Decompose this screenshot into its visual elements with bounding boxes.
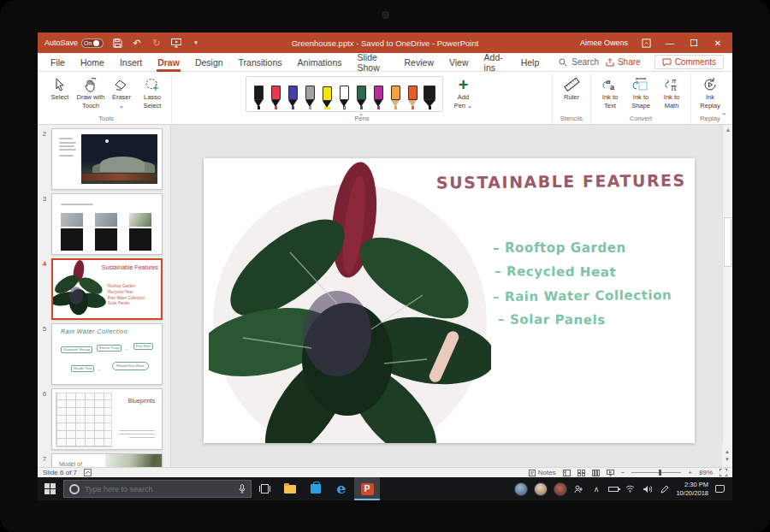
collapse-ribbon-icon[interactable]: ⌃ — [720, 112, 727, 121]
previous-slide-icon[interactable]: ▲ — [725, 449, 730, 454]
notes-button[interactable]: Notes — [529, 469, 556, 476]
people-avatar-1[interactable] — [514, 482, 528, 496]
slide-thumbnail-3[interactable] — [51, 193, 163, 255]
zoom-slider[interactable] — [631, 472, 681, 473]
battery-icon[interactable] — [607, 487, 619, 492]
customize-qat-icon[interactable]: ▾ — [190, 37, 202, 49]
tell-me-search[interactable]: Search — [559, 57, 599, 67]
green-pen-selected[interactable]: ⌄ — [355, 86, 368, 109]
zoom-out-icon[interactable]: − — [621, 469, 625, 476]
ink-replay-button[interactable]: Ink Replay — [695, 74, 726, 109]
edge-button[interactable]: e — [329, 477, 354, 500]
start-presentation-icon[interactable] — [170, 37, 182, 49]
accessibility-status-icon[interactable] — [84, 469, 92, 476]
ribbon-tab-row: File Home Insert Draw Design Transitions… — [38, 53, 732, 72]
people-avatar-3[interactable] — [554, 482, 567, 496]
next-slide-icon[interactable]: ▼ — [725, 457, 730, 462]
slide-thumbnail-4-selected[interactable]: Sustainable Features Rooftop Garden Recy… — [51, 258, 163, 320]
draw-with-touch-tool[interactable]: Draw with Touch — [75, 74, 106, 109]
plant-mini — [53, 260, 106, 318]
silver-pen[interactable] — [304, 86, 317, 109]
reading-view-icon[interactable] — [592, 470, 600, 476]
taskbar-clock[interactable]: 2:30 PM 10/20/2018 — [676, 481, 708, 498]
taskbar-search[interactable] — [63, 480, 252, 498]
slide-thumbnail-2[interactable] — [51, 128, 163, 190]
autosave-toggle[interactable]: AutoSave On — [44, 38, 104, 48]
slide-sorter-view-icon[interactable] — [578, 470, 585, 476]
wifi-icon[interactable] — [625, 485, 636, 493]
microsoft-store-button[interactable] — [303, 477, 329, 500]
action-center-icon[interactable] — [714, 485, 726, 493]
tab-view[interactable]: View — [441, 53, 477, 72]
zoom-slider-thumb[interactable] — [659, 470, 661, 476]
tab-transitions[interactable]: Transitions — [231, 53, 290, 72]
volume-icon[interactable] — [642, 485, 653, 494]
people-bar-icon[interactable] — [573, 485, 584, 494]
select-tool[interactable]: Select — [44, 74, 75, 102]
scroll-up-icon[interactable]: ▲ — [723, 127, 732, 133]
tab-add-ins[interactable]: Add-ins — [477, 53, 513, 72]
ink-to-math-button[interactable]: ππ Ink to Math — [656, 74, 687, 109]
yellow-highlighter[interactable] — [321, 86, 334, 109]
tab-file[interactable]: File — [43, 53, 73, 72]
red-pen[interactable] — [270, 86, 282, 109]
eraser-dropdown-caret[interactable]: ⌄ — [119, 103, 124, 110]
slideshow-view-icon[interactable] — [607, 470, 614, 476]
orange-pencil[interactable] — [389, 86, 402, 109]
white-pen[interactable] — [338, 86, 351, 109]
share-button[interactable]: Share — [599, 56, 648, 68]
comments-button[interactable]: Comments — [654, 55, 724, 69]
zoom-in-icon[interactable]: + — [688, 469, 692, 476]
normal-view-icon[interactable] — [563, 470, 571, 476]
black-marker[interactable] — [424, 86, 436, 109]
powerpoint-taskbar-button[interactable]: P — [354, 477, 380, 500]
slide-thumbnail-6[interactable]: Blueprints — [51, 388, 163, 450]
ink-to-shape-button[interactable]: Ink to Shape — [625, 74, 656, 109]
red-pencil[interactable] — [406, 86, 419, 109]
current-slide[interactable]: SUSTAINABLE FEATURES – Rooftop Garden – … — [204, 158, 695, 443]
comment-icon — [662, 58, 672, 67]
add-pen-button[interactable]: + Add Pen ⌄ — [448, 74, 479, 109]
pen-settings-icon[interactable] — [659, 485, 670, 494]
account-name[interactable]: Aimee Owens — [580, 38, 628, 47]
ink-to-shape-icon — [631, 76, 650, 93]
magenta-pen[interactable] — [372, 86, 385, 109]
black-pen[interactable] — [252, 86, 265, 109]
tab-animations[interactable]: Animations — [290, 53, 350, 72]
tab-home[interactable]: Home — [73, 53, 112, 72]
start-button[interactable] — [38, 477, 62, 500]
lasso-select-tool[interactable]: Lasso Select — [137, 74, 168, 109]
task-view-button[interactable] — [252, 477, 277, 500]
undo-icon[interactable]: ↶ — [131, 37, 143, 49]
slide-thumbnail-7[interactable]: Model of — [51, 453, 163, 467]
galaxy-pen[interactable] — [287, 86, 299, 109]
people-avatar-2[interactable] — [534, 482, 548, 496]
eraser-tool[interactable]: Eraser ⌄ — [106, 74, 137, 109]
zoom-level[interactable]: 89% — [699, 469, 713, 476]
save-icon[interactable] — [111, 37, 123, 49]
microphone-icon[interactable] — [239, 484, 246, 494]
status-bar: Slide 6 of 7 Notes — [38, 467, 732, 477]
minimize-button[interactable]: — — [664, 37, 676, 49]
autosave-pill[interactable]: On — [81, 38, 104, 48]
ink-to-text-button[interactable]: aa Ink to Text — [595, 74, 625, 109]
tab-insert[interactable]: Insert — [112, 53, 150, 72]
search-input[interactable] — [85, 485, 234, 494]
scrollbar-thumb[interactable] — [724, 217, 732, 267]
fit-slide-icon[interactable] — [720, 469, 727, 476]
workspace: 2 3 — [38, 125, 732, 467]
ribbon-display-options-icon[interactable] — [640, 37, 652, 49]
tab-slide-show[interactable]: Slide Show — [350, 53, 397, 72]
tab-review[interactable]: Review — [397, 53, 441, 72]
tab-draw[interactable]: Draw — [150, 53, 187, 72]
vertical-scrollbar[interactable]: ▲ — [722, 125, 732, 443]
restore-button[interactable] — [688, 37, 700, 49]
close-button[interactable]: ✕ — [712, 37, 724, 49]
tab-design[interactable]: Design — [187, 53, 231, 72]
file-explorer-button[interactable] — [277, 477, 303, 500]
tab-help[interactable]: Help — [513, 53, 548, 72]
ruler-button[interactable]: Ruler — [556, 74, 587, 102]
pen-options-caret[interactable]: ⌄ — [358, 110, 364, 117]
slide-thumbnail-5[interactable]: Rain Water Collection Rainwater Storage … — [51, 323, 163, 385]
show-hidden-icons-chevron[interactable]: ∧ — [590, 485, 601, 494]
